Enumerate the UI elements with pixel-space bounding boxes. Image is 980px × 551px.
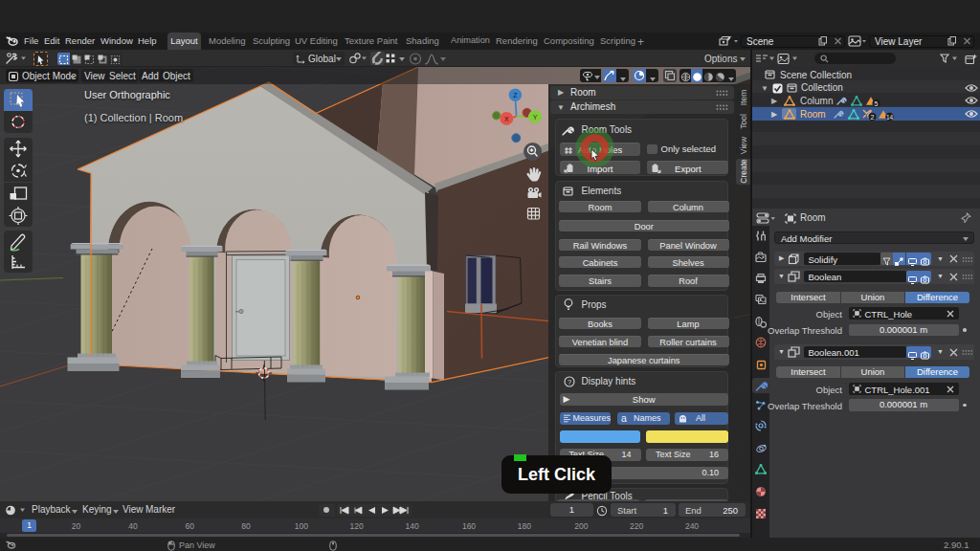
svg-text:Y: Y xyxy=(533,114,538,121)
svg-text:X: X xyxy=(504,116,509,122)
svg-text:14: 14 xyxy=(886,113,894,120)
svg-text:5: 5 xyxy=(875,99,879,106)
svg-text:Z: Z xyxy=(513,92,518,99)
svg-text:?: ? xyxy=(567,377,570,386)
svg-text:2: 2 xyxy=(871,113,875,120)
